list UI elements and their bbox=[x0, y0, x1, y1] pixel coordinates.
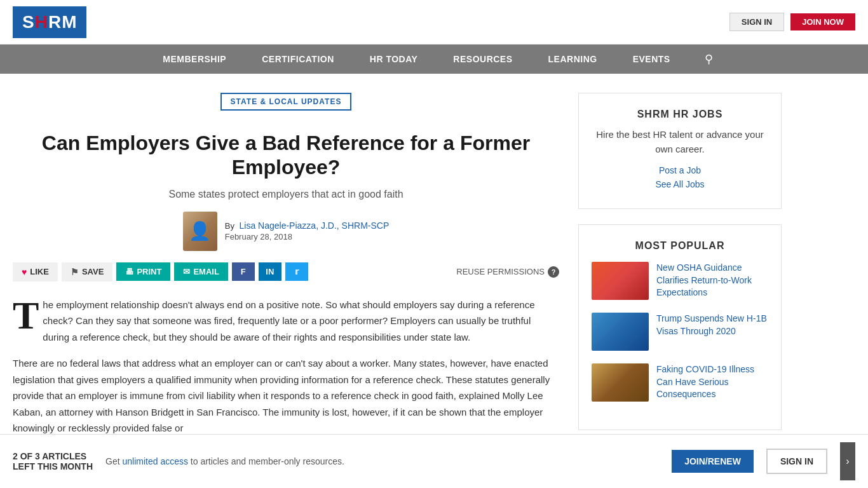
twitter-button[interactable]: 𝕣 bbox=[285, 262, 308, 281]
hr-jobs-title: SHRM HR JOBS bbox=[592, 109, 768, 120]
see-all-jobs-link[interactable]: See All Jobs bbox=[592, 179, 768, 189]
bottom-bar: 2 OF 3 ARTICLES LEFT THIS MONTH Get unli… bbox=[0, 434, 868, 447]
join-now-button[interactable]: JOIN NOW bbox=[790, 13, 855, 30]
facebook-button[interactable]: f bbox=[232, 262, 255, 281]
sign-in-button[interactable]: SIGN IN bbox=[729, 13, 784, 31]
save-label: SAVE bbox=[82, 267, 104, 276]
article-body: T he employment relationship doesn't alw… bbox=[13, 297, 559, 437]
drop-cap-t: T bbox=[13, 301, 39, 330]
author-by: By Lisa Nagele-Piazza, J.D., SHRM-SCP bbox=[225, 220, 390, 231]
print-icon: 🖶 bbox=[125, 267, 133, 276]
search-icon[interactable]: ⚲ bbox=[695, 44, 723, 74]
nav-resources[interactable]: RESOURCES bbox=[435, 44, 530, 74]
article-subtitle: Some states protect employers that act i… bbox=[13, 189, 559, 200]
nav-membership[interactable]: MEMBERSHIP bbox=[145, 44, 244, 74]
author-date: February 28, 2018 bbox=[225, 232, 390, 241]
popular-thumb-3 bbox=[592, 363, 649, 402]
logo-h: H bbox=[35, 12, 48, 32]
author-by-label: By bbox=[225, 221, 234, 231]
sidebar: SHRM HR JOBS Hire the best HR talent or … bbox=[578, 93, 782, 447]
popular-thumb-2 bbox=[592, 313, 649, 351]
email-icon: ✉ bbox=[183, 267, 190, 276]
nav-certification[interactable]: CERTIFICATION bbox=[244, 44, 352, 74]
bookmark-icon: ⚑ bbox=[71, 267, 79, 277]
author-name-link[interactable]: Lisa Nagele-Piazza, J.D., SHRM-SCP bbox=[240, 220, 390, 231]
post-job-link[interactable]: Post a Job bbox=[592, 165, 768, 175]
print-button[interactable]: 🖶 PRINT bbox=[116, 262, 170, 281]
logo-s: S bbox=[22, 12, 35, 32]
collapse-bar-button[interactable]: › bbox=[840, 442, 855, 447]
print-label: PRINT bbox=[137, 267, 161, 276]
most-popular-box: MOST POPULAR New OSHA Guidance Clarifies… bbox=[578, 224, 782, 430]
header: SHRM SIGN IN JOIN NOW bbox=[0, 0, 868, 44]
hr-jobs-description: Hire the best HR talent or advance your … bbox=[592, 128, 768, 156]
linkedin-icon: in bbox=[266, 267, 274, 276]
main-container: STATE & LOCAL UPDATES Can Employers Give… bbox=[0, 74, 868, 447]
heart-icon: ♥ bbox=[22, 267, 27, 277]
logo-area: SHRM bbox=[13, 6, 86, 38]
most-popular-title: MOST POPULAR bbox=[592, 240, 768, 252]
save-button[interactable]: ⚑ SAVE bbox=[62, 262, 112, 281]
email-button[interactable]: ✉ EMAIL bbox=[174, 262, 227, 281]
popular-link-2[interactable]: Trump Suspends New H-1B Visas Through 20… bbox=[656, 313, 768, 337]
article-paragraph-2: There are no federal laws that address w… bbox=[13, 355, 559, 437]
like-button[interactable]: ♥ LIKE bbox=[13, 262, 58, 281]
author-area: 👤 By Lisa Nagele-Piazza, J.D., SHRM-SCP … bbox=[13, 212, 559, 251]
avatar-image: 👤 bbox=[183, 212, 217, 251]
article-paragraph-1: T he employment relationship doesn't alw… bbox=[13, 297, 559, 346]
popular-link-1[interactable]: New OSHA Guidance Clarifies Return-to-Wo… bbox=[656, 262, 768, 299]
content-area: STATE & LOCAL UPDATES Can Employers Give… bbox=[13, 93, 559, 447]
popular-link-3[interactable]: Faking COVID-19 Illness Can Have Serious… bbox=[656, 363, 768, 401]
logo-r: R bbox=[48, 12, 62, 32]
email-label: EMAIL bbox=[193, 267, 219, 276]
action-bar: ♥ LIKE ⚑ SAVE 🖶 PRINT ✉ EMAIL f in bbox=[13, 262, 559, 281]
like-label: LIKE bbox=[30, 267, 49, 276]
article-title: Can Employers Give a Bad Reference for a… bbox=[13, 131, 559, 180]
author-info: By Lisa Nagele-Piazza, J.D., SHRM-SCP Fe… bbox=[225, 220, 390, 241]
main-nav: MEMBERSHIP CERTIFICATION HR TODAY RESOUR… bbox=[0, 44, 868, 74]
nav-learning[interactable]: LEARNING bbox=[531, 44, 615, 74]
popular-item-3: Faking COVID-19 Illness Can Have Serious… bbox=[592, 363, 768, 402]
reuse-info-icon: ? bbox=[548, 266, 559, 278]
shrm-logo: SHRM bbox=[13, 6, 86, 38]
article-body-p1: he employment relationship doesn't alway… bbox=[43, 299, 534, 342]
nav-events[interactable]: EVENTS bbox=[615, 44, 688, 74]
popular-item-2: Trump Suspends New H-1B Visas Through 20… bbox=[592, 313, 768, 351]
author-avatar: 👤 bbox=[183, 212, 217, 251]
article-tag[interactable]: STATE & LOCAL UPDATES bbox=[220, 93, 352, 111]
logo-m: M bbox=[62, 12, 77, 32]
popular-thumb-1 bbox=[592, 262, 649, 300]
nav-hr-today[interactable]: HR TODAY bbox=[352, 44, 436, 74]
reuse-permissions[interactable]: REUSE PERMISSIONS ? bbox=[456, 266, 559, 278]
linkedin-button[interactable]: in bbox=[259, 262, 281, 281]
header-actions: SIGN IN JOIN NOW bbox=[729, 13, 855, 31]
reuse-label: REUSE PERMISSIONS bbox=[456, 267, 545, 276]
popular-item-1: New OSHA Guidance Clarifies Return-to-Wo… bbox=[592, 262, 768, 300]
hr-jobs-box: SHRM HR JOBS Hire the best HR talent or … bbox=[578, 93, 782, 209]
twitter-icon: 𝕣 bbox=[295, 267, 299, 276]
facebook-icon: f bbox=[241, 267, 246, 276]
